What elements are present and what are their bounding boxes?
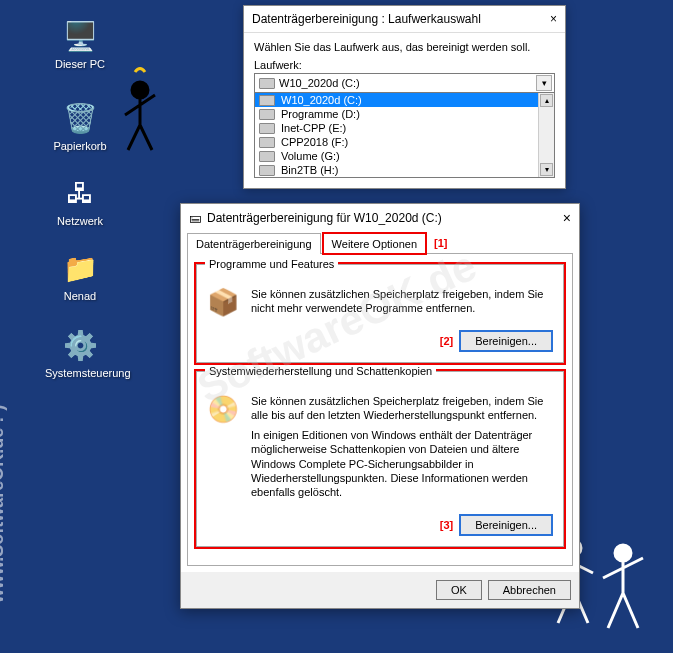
app-icon: ⚙️ [62,327,98,363]
dialog-titlebar[interactable]: Datenträgerbereinigung : Laufwerkauswahl… [244,6,565,33]
svg-point-2 [615,545,631,561]
programs-icon: 📦 [207,287,241,321]
desktop-icon-dieser-pc[interactable]: 🖥️Dieser PC [45,18,115,70]
close-icon[interactable]: × [550,12,557,26]
app-icon: 🖧 [62,175,98,211]
watermark-side-text: www.SoftwareOK.de :-) [0,405,8,603]
drive-dropdown-list: W10_2020d (C:)Programme (D:)Inet-CPP (E:… [254,93,555,178]
app-icon: 📁 [62,250,98,286]
drive-option[interactable]: W10_2020d (C:) [255,93,538,107]
dialog-title: Datenträgerbereinigung : Laufwerkauswahl [252,12,481,26]
drive-option[interactable]: Programme (D:) [255,107,538,121]
drive-option-label: Volume (G:) [281,150,340,162]
drive-option-label: CPP2018 (F:) [281,136,348,148]
scroll-down-icon[interactable]: ▾ [540,163,553,176]
app-icon: 🗑️ [62,100,98,136]
ok-button[interactable]: OK [436,580,482,600]
cancel-button[interactable]: Abbrechen [488,580,571,600]
drive-icon [259,109,275,120]
drive-label: Laufwerk: [254,59,555,71]
group-text: Sie können zusätzlichen Speicherplatz fr… [251,287,553,316]
instruction-text: Wählen Sie das Laufwerk aus, das bereini… [254,41,555,53]
scrollbar[interactable]: ▴ ▾ [538,93,554,177]
drive-option-label: W10_2020d (C:) [281,94,362,106]
drive-icon [259,165,275,176]
group-legend: Programme und Features [205,258,338,270]
desktop-icon-papierkorb[interactable]: 🗑️Papierkorb [45,100,115,152]
group-programs-features: Programme und Features 📦 Sie können zusä… [196,264,564,363]
combobox-value: W10_2020d (C:) [279,77,360,89]
drive-icon [259,151,275,162]
callout-1: [1] [434,237,447,249]
callout-2: [2] [440,335,453,347]
drive-option-label: Bin2TB (H:) [281,164,338,176]
drive-option[interactable]: Bin2TB (H:) [255,163,538,177]
callout-3: [3] [440,519,453,531]
dialog-titlebar[interactable]: 🖴 Datenträgerbereinigung für W10_2020d (… [181,204,579,232]
restore-icon: 📀 [207,394,241,428]
icon-label: Papierkorb [45,140,115,152]
desktop-icon-netzwerk[interactable]: 🖧Netzwerk [45,175,115,227]
drive-select-dialog: Datenträgerbereinigung : Laufwerkauswahl… [243,5,566,189]
drive-icon [259,78,275,89]
group-text-1: Sie können zusätzlichen Speicherplatz fr… [251,394,553,423]
tab-disk-cleanup[interactable]: Datenträgerbereinigung [187,233,321,254]
drive-option[interactable]: Volume (G:) [255,149,538,163]
icon-label: Netzwerk [45,215,115,227]
drive-icon [259,137,275,148]
group-legend: Systemwiederherstellung und Schattenkopi… [205,365,436,377]
chevron-down-icon[interactable]: ▾ [536,75,552,91]
icon-label: Systemsteuerung [45,367,115,379]
drive-icon [259,123,275,134]
close-icon[interactable]: × [563,210,571,226]
drive-icon: 🖴 [189,211,201,225]
tab-more-options[interactable]: Weitere Optionen [323,233,426,254]
app-icon: 🖥️ [62,18,98,54]
desktop-icon-systemsteuerung[interactable]: ⚙️Systemsteuerung [45,327,115,379]
drive-combobox[interactable]: W10_2020d (C:) ▾ [254,73,555,93]
dialog-title: Datenträgerbereinigung für W10_2020d (C:… [207,211,442,225]
desktop-icon-nenad[interactable]: 📁Nenad [45,250,115,302]
icon-label: Dieser PC [45,58,115,70]
icon-label: Nenad [45,290,115,302]
drive-option[interactable]: CPP2018 (F:) [255,135,538,149]
group-text-2: In einigen Editionen von Windows enthält… [251,428,553,499]
cleanup-options-dialog: 🖴 Datenträgerbereinigung für W10_2020d (… [180,203,580,609]
cleanup-programs-button[interactable]: Bereinigen... [459,330,553,352]
scroll-up-icon[interactable]: ▴ [540,94,553,107]
svg-point-0 [132,82,148,98]
drive-icon [259,95,275,106]
drive-option-label: Programme (D:) [281,108,360,120]
drive-option[interactable]: Inet-CPP (E:) [255,121,538,135]
group-system-restore: Systemwiederherstellung und Schattenkopi… [196,371,564,547]
decorative-figure-1 [110,60,170,160]
drive-option-label: Inet-CPP (E:) [281,122,346,134]
cleanup-restore-button[interactable]: Bereinigen... [459,514,553,536]
